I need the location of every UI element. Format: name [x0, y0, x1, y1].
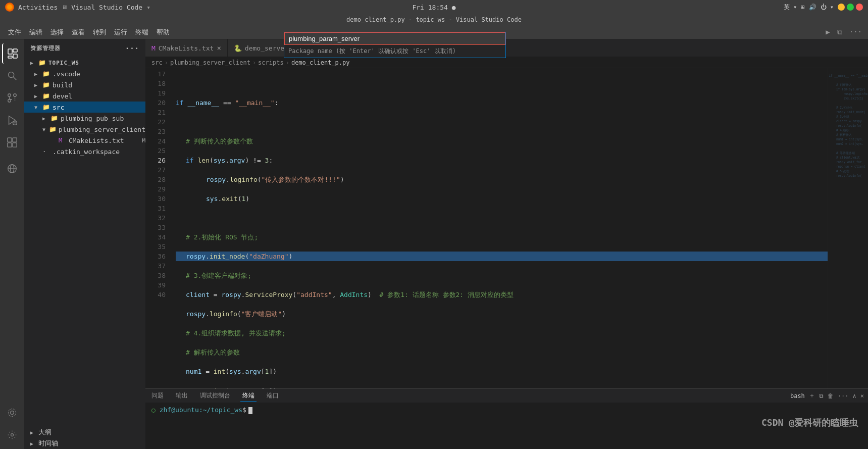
activity-bottom: [2, 403, 22, 449]
tab-bar: M CMakeLists.txt × 🐍 demo_server_p.py × …: [145, 39, 868, 57]
split-btn[interactable]: ⧉: [835, 27, 844, 37]
svg-rect-0: [8, 49, 12, 54]
menu-file[interactable]: 文件: [4, 27, 25, 38]
svg-point-4: [9, 72, 14, 78]
more-btn[interactable]: ···: [847, 27, 864, 37]
tree-build-label: build: [53, 81, 72, 89]
tree-src[interactable]: ▼ 📁 src: [24, 102, 145, 113]
tab-cmake-close[interactable]: ×: [217, 44, 221, 52]
activity-extensions[interactable]: [2, 132, 22, 153]
activity-explorer[interactable]: [2, 43, 22, 64]
terminal-controls: bash ＋ ⧉ 🗑 ··· ∧ ×: [790, 391, 864, 400]
code-line-30: # 4.组织请求数据, 并发送请求;: [176, 328, 828, 338]
breadcrumb-scripts[interactable]: scripts: [258, 59, 284, 66]
sidebar-title: 资源管理器 ···: [24, 39, 145, 57]
tree-devel[interactable]: ▶ 📁 devel: [24, 90, 145, 102]
toolbar-right: ▶ ⧉ ···: [824, 27, 864, 37]
tab-cmake[interactable]: M CMakeLists.txt ×: [145, 39, 228, 57]
breadcrumb-sep1: ›: [165, 59, 168, 66]
minimize-btn[interactable]: [838, 4, 845, 11]
terminal-add-btn[interactable]: ＋: [809, 391, 815, 400]
code-content[interactable]: if __name__ == "__main__": # 判断传入的参数个数 i…: [171, 68, 828, 388]
tree-plumbing-pub-sub-label: plumbing_pub_sub: [61, 115, 124, 122]
csdn-watermark: CSDN @爱科研的瞌睡虫: [761, 417, 858, 429]
svg-rect-17: [13, 143, 17, 147]
run-btn[interactable]: ▶: [824, 27, 832, 37]
tree-src-label: src: [53, 104, 64, 111]
svg-rect-15: [13, 138, 17, 142]
terminal-content[interactable]: ○ zhf@ubuntu:~/topic_ws$: [145, 403, 868, 449]
sidebar-title-text: 资源管理器: [30, 44, 61, 52]
terminal-prompt: ○: [151, 406, 160, 414]
code-line-29: rospy.loginfo("客户端启动"): [176, 309, 828, 319]
code-line-23: sys.exit(1): [176, 194, 828, 204]
code-line-21: if len(sys.argv) != 3:: [176, 156, 828, 165]
breadcrumb-pkg[interactable]: plumbing_server_client: [170, 59, 250, 66]
breadcrumb-file[interactable]: demo_client_p.py: [291, 59, 350, 66]
tree-build[interactable]: ▶ 📁 build: [24, 79, 145, 90]
breadcrumb-sep2: ›: [252, 59, 256, 66]
sidebar-timeline[interactable]: ▶ 时间轴: [24, 438, 145, 449]
tree-cmake-lists[interactable]: ▶ M CMakeLists.txt M: [24, 135, 145, 146]
app-name[interactable]: Visual Studio Code: [71, 4, 142, 11]
package-input-hint: Package name (按 'Enter' 以确认或按 'Esc' 以取消): [284, 45, 505, 58]
breadcrumb-src[interactable]: src: [151, 59, 163, 66]
activities-label[interactable]: Activities: [18, 4, 58, 11]
menu-view[interactable]: 查看: [68, 27, 89, 38]
package-name-input[interactable]: [284, 32, 505, 45]
firefox-icon: [5, 3, 14, 12]
svg-point-23: [11, 434, 14, 436]
csdn-watermark-text: CSDN @爱科研的瞌睡虫: [761, 417, 858, 428]
svg-rect-2: [13, 54, 17, 58]
terminal-tab-debug[interactable]: 调试控制台: [198, 390, 232, 401]
tree-catkin-label: .catkin_workspace: [53, 148, 120, 156]
terminal-more-btn[interactable]: ···: [838, 392, 849, 400]
terminal-chevron-up[interactable]: ∧: [853, 392, 856, 400]
tree-catkin[interactable]: ▶ · .catkin_workspace: [24, 146, 145, 157]
menu-run[interactable]: 运行: [110, 27, 131, 38]
sidebar-outline-label: 大纲: [38, 428, 52, 437]
menu-select[interactable]: 选择: [46, 27, 68, 38]
sidebar-collapse-btn[interactable]: ···: [125, 44, 139, 53]
tree-devel-label: devel: [53, 92, 72, 100]
svg-point-21: [11, 411, 14, 415]
breadcrumb-sep3: ›: [286, 59, 289, 66]
code-editor[interactable]: 17 18 19 20 21 22 23 24 25 26 27 28 29 3…: [145, 68, 828, 388]
tree-vscode[interactable]: ▶ 📁 .vscode: [24, 68, 145, 79]
maximize-btn[interactable]: [847, 4, 854, 11]
terminal-shell-label: bash: [790, 392, 805, 400]
code-line-33: num2 = int(sys.argv[2]): [176, 386, 828, 388]
svg-rect-1: [13, 49, 17, 52]
editor-with-minimap: 17 18 19 20 21 22 23 24 25 26 27 28 29 3…: [145, 68, 868, 388]
menu-help[interactable]: 帮助: [152, 27, 174, 38]
terminal-tab-terminal[interactable]: 终端: [240, 390, 257, 402]
window-title: demo_client_p.py - topic_ws - Visual Stu…: [346, 16, 522, 23]
file-tree: ▶ 📁 TOPIC_WS ▶ 📁 .vscode ▶ 📁 build ▶ 📁 d…: [24, 57, 145, 157]
menu-edit[interactable]: 编辑: [25, 27, 46, 38]
desktop-topbar: Activities 🖥 Visual Studio Code ▾ Fri 18…: [0, 0, 868, 14]
activity-scm[interactable]: [2, 88, 22, 108]
terminal-tab-problems[interactable]: 问题: [149, 390, 166, 401]
activity-debug[interactable]: [2, 110, 22, 130]
power-icon[interactable]: ⏻ ▾: [821, 4, 834, 11]
terminal-split-btn[interactable]: ⧉: [819, 392, 824, 400]
activity-notifications[interactable]: [2, 403, 22, 423]
terminal-tab-ports[interactable]: 端口: [265, 390, 281, 401]
network-icon: ⊞: [801, 4, 804, 11]
terminal-tab-output[interactable]: 输出: [174, 390, 190, 401]
tree-plumbing-pub-sub[interactable]: ▶ 📁 plumbing_pub_sub: [24, 113, 145, 124]
activity-settings[interactable]: [2, 425, 22, 445]
close-btn[interactable]: [856, 4, 863, 11]
activity-search[interactable]: [2, 66, 22, 86]
lang-indicator[interactable]: 英 ▾: [784, 3, 797, 12]
tree-root[interactable]: ▶ 📁 TOPIC_WS: [24, 57, 145, 68]
menu-goto[interactable]: 转到: [89, 27, 110, 38]
sidebar-bottom: ▶ 大纲 ▶ 时间轴: [24, 427, 145, 449]
tree-plumbing-server-client[interactable]: ▼ 📁 plumbing_server_client: [24, 124, 145, 135]
terminal-close-btn[interactable]: ×: [860, 392, 864, 400]
menu-terminal[interactable]: 终端: [131, 27, 152, 38]
activity-remote[interactable]: [2, 159, 22, 179]
sidebar: 资源管理器 ··· ▶ 📁 TOPIC_WS ▶ 📁 .vscode ▶ 📁 b…: [24, 39, 145, 449]
terminal-trash-btn[interactable]: 🗑: [828, 392, 834, 400]
sidebar-outline[interactable]: ▶ 大纲: [24, 427, 145, 438]
